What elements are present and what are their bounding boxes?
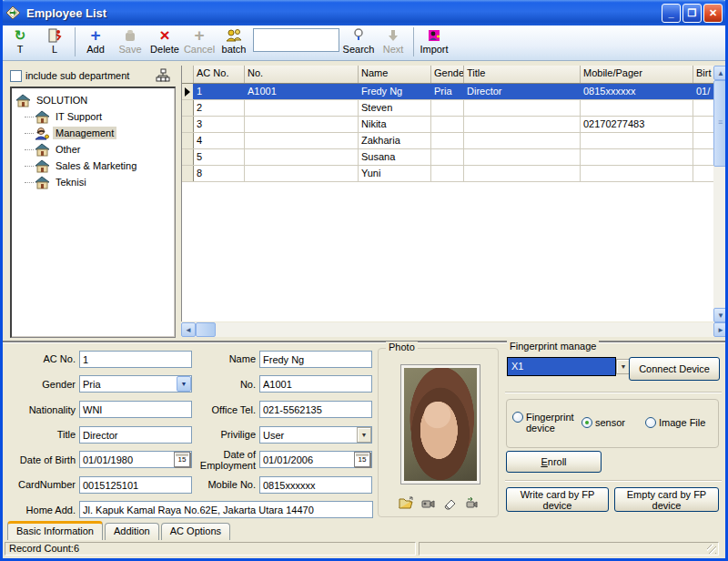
tab-addition[interactable]: Addition: [105, 523, 159, 540]
cell-ac-no: 1: [194, 84, 245, 99]
title-field[interactable]: [79, 426, 192, 444]
delete-button[interactable]: × Delete: [147, 26, 182, 59]
table-row[interactable]: 8 Yuni: [182, 166, 713, 182]
next-button[interactable]: Next: [376, 26, 410, 59]
title-label: Title: [3, 429, 76, 440]
empty-card-button[interactable]: Empty card by FP device: [614, 487, 719, 512]
column-header[interactable]: Birt: [693, 66, 714, 83]
cell-birthday: [693, 100, 714, 116]
privilege-select[interactable]: [259, 426, 372, 444]
open-photo-icon[interactable]: [399, 496, 414, 511]
tree-item-it-support[interactable]: IT Support: [12, 108, 175, 125]
name-field[interactable]: [259, 351, 372, 368]
scroll-left-icon[interactable]: ◄: [181, 322, 196, 337]
fingerprint-group: Fingerprint manage X1 ▼ Connect Device F…: [505, 348, 722, 517]
date-of-employment-calendar-icon[interactable]: 15: [354, 452, 370, 467]
import-button[interactable]: Import: [417, 26, 451, 59]
tree-item-management[interactable]: Management: [12, 125, 175, 141]
privilege-dropdown-arrow-icon[interactable]: ▼: [357, 427, 371, 443]
enroll-button[interactable]: Enroll: [506, 451, 602, 473]
scroll-down-icon[interactable]: ▼: [713, 308, 728, 322]
office-tel-field[interactable]: [259, 401, 372, 418]
mobile-no-label: Mobile No.: [183, 479, 256, 490]
tree-item-solution[interactable]: SOLUTION: [12, 92, 175, 108]
bottom-tab-bar: Basic Information Addition AC Options: [3, 520, 725, 540]
resize-grip[interactable]: [707, 545, 716, 554]
org-chart-icon[interactable]: [156, 68, 170, 83]
refresh-t-button[interactable]: ↻ T: [3, 26, 37, 59]
department-icon: [15, 94, 31, 107]
card-number-field[interactable]: [79, 476, 192, 494]
erase-photo-icon[interactable]: [442, 496, 458, 511]
employee-list-window: Employee List _ ❐ ✕ ↻ T L + Add Save × D…: [0, 0, 728, 561]
column-header[interactable]: Name: [359, 66, 431, 83]
close-button[interactable]: ✕: [703, 4, 723, 23]
ac-no-field[interactable]: [79, 351, 192, 368]
table-row[interactable]: 2 Steven: [182, 100, 713, 117]
minimize-button[interactable]: _: [662, 4, 681, 23]
radio-label: sensor: [595, 417, 625, 428]
home-address-field[interactable]: [79, 501, 373, 518]
cell-birthday: [693, 133, 714, 148]
fp-device-select[interactable]: X1: [507, 357, 616, 376]
search-button[interactable]: Search: [341, 26, 376, 59]
department-icon: [35, 110, 50, 124]
table-row[interactable]: 4 Zakharia: [182, 133, 713, 149]
home-address-label: Home Add.: [3, 505, 76, 515]
include-sub-department-checkbox[interactable]: [10, 70, 22, 82]
table-row[interactable]: 1 A1001 Fredy Ng Pria Director 0815xxxxx…: [182, 84, 713, 100]
row-indicator: [182, 149, 194, 165]
column-header[interactable]: No.: [245, 66, 359, 83]
column-header[interactable]: AC No.: [194, 66, 245, 83]
scroll-up-icon[interactable]: ▲: [713, 66, 728, 80]
radio-image-file[interactable]: Image File: [645, 417, 705, 428]
maximize-button[interactable]: ❐: [682, 4, 702, 23]
capture-camera-icon[interactable]: [420, 496, 436, 511]
column-header[interactable]: Title: [464, 66, 581, 83]
tab-ac-options[interactable]: AC Options: [161, 523, 230, 540]
cell-gender: [431, 149, 464, 165]
tree-connector: [25, 117, 34, 117]
t-button-label: T: [17, 44, 24, 56]
mobile-no-field[interactable]: [259, 476, 372, 494]
write-card-button[interactable]: Write card by FP device: [506, 487, 609, 512]
vertical-scroll-thumb[interactable]: [713, 80, 728, 167]
radio-fingerprint-device[interactable]: Fingerprint device: [512, 412, 572, 434]
cell-gender: Pria: [431, 84, 464, 99]
cell-birthday: [693, 117, 714, 132]
table-row[interactable]: 5 Susana: [182, 149, 713, 166]
batch-button[interactable]: batch: [217, 26, 251, 59]
no-field[interactable]: [259, 375, 372, 393]
toolbar-separator: [75, 27, 76, 56]
employee-photo: [400, 364, 480, 484]
cell-ac-no: 2: [194, 100, 245, 116]
logout-l-button[interactable]: L: [37, 26, 72, 59]
export-camera-icon[interactable]: [464, 496, 480, 511]
save-button-label: Save: [118, 44, 141, 56]
scroll-right-icon[interactable]: ►: [713, 322, 728, 337]
tree-item-label: Teknisi: [53, 176, 89, 189]
cancel-button[interactable]: + Cancel: [182, 26, 217, 59]
add-button[interactable]: + Add: [78, 26, 113, 59]
connect-device-button[interactable]: Connect Device: [629, 357, 720, 381]
tree-item-other[interactable]: Other: [12, 141, 175, 158]
nationality-field[interactable]: [79, 401, 192, 418]
tree-connector: [25, 133, 34, 134]
tree-item-sales-marketing[interactable]: Sales & Marketing: [12, 158, 175, 174]
search-input[interactable]: [253, 28, 339, 52]
nationality-label: Nationality: [3, 404, 76, 415]
column-header[interactable]: Gender: [431, 66, 464, 83]
column-header[interactable]: Mobile/Pager: [581, 66, 693, 83]
table-row[interactable]: 3 Nikita 02170277483: [182, 117, 713, 133]
vertical-scrollbar[interactable]: ▲ ▼: [713, 66, 728, 322]
gender-select[interactable]: [79, 375, 192, 393]
employee-table: AC No. No. Name Gender Title Mobile/Page…: [181, 66, 713, 321]
radio-sensor[interactable]: sensor: [581, 417, 625, 428]
horizontal-scroll-thumb[interactable]: [196, 322, 216, 337]
tab-basic-information[interactable]: Basic Information: [7, 521, 103, 540]
status-bar: Record Count:6: [3, 540, 725, 558]
tree-item-teknisi[interactable]: Teknisi: [12, 174, 175, 190]
save-button[interactable]: Save: [113, 26, 147, 59]
row-indicator: [182, 84, 194, 99]
horizontal-scrollbar[interactable]: ◄ ►: [181, 322, 728, 337]
